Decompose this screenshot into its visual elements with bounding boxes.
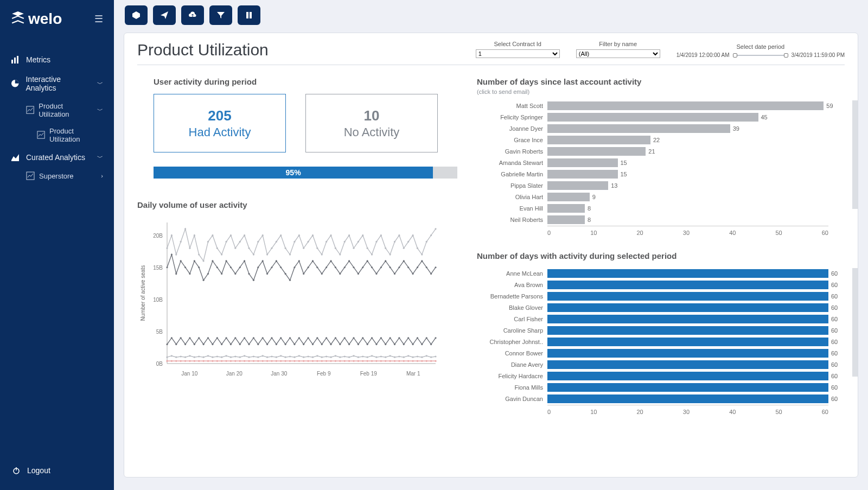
svg-point-118	[316, 266, 318, 268]
svg-point-160	[234, 337, 236, 339]
toolbar-send-button[interactable]	[153, 5, 176, 25]
bar-row[interactable]: Christopher Johnst..60	[547, 336, 828, 347]
svg-point-281	[239, 360, 241, 362]
svg-point-117	[312, 260, 314, 262]
svg-point-180	[326, 337, 327, 339]
bar-row[interactable]: Diane Avery60	[547, 359, 828, 370]
svg-point-271	[194, 360, 195, 362]
bar-row[interactable]: Bernadette Parsons60	[547, 291, 828, 302]
scrollbar[interactable]	[852, 268, 858, 377]
logout-button[interactable]: Logout	[0, 456, 114, 485]
bar-row[interactable]: Blake Glover60	[547, 302, 828, 313]
bar-value: 59	[826, 101, 833, 110]
days-since-chart: Matt Scott59Felicity Springer45Joanne Dy…	[477, 100, 845, 236]
svg-point-310	[371, 360, 373, 362]
svg-point-258	[407, 355, 409, 357]
svg-point-150	[189, 337, 190, 339]
date-slider-end-knob[interactable]	[784, 53, 788, 58]
svg-point-147	[175, 343, 177, 345]
menu-toggle-icon[interactable]: ☰	[94, 13, 103, 25]
nav-product-utilization-child[interactable]: Product Utilization	[0, 123, 114, 148]
svg-point-85	[166, 266, 168, 268]
svg-point-127	[358, 273, 359, 275]
contract-filter-label: Select Contract Id	[494, 41, 541, 47]
bar-row[interactable]: Gabrielle Martin15	[547, 169, 828, 180]
bar-row[interactable]: Connor Bower60	[547, 348, 828, 359]
bar-row[interactable]: Caroline Sharp60	[547, 325, 828, 336]
svg-point-111	[285, 273, 286, 275]
contract-select[interactable]: 1	[476, 49, 560, 58]
svg-point-34	[207, 241, 209, 243]
svg-point-191	[375, 343, 377, 345]
bar-row[interactable]: Grace Ince22	[547, 135, 828, 145]
svg-point-218	[225, 355, 227, 357]
bar-row[interactable]: Matt Scott59	[547, 100, 828, 111]
svg-point-27	[175, 253, 177, 255]
bar-row[interactable]: Fiona Mills60	[547, 382, 828, 393]
bar-fill: 22	[547, 136, 650, 144]
svg-point-44	[253, 253, 254, 255]
paper-plane-icon	[160, 11, 169, 20]
svg-point-66	[353, 247, 354, 249]
bar-row[interactable]: Pippa Slater13	[547, 180, 828, 191]
daily-volume-chart[interactable]: 0B5B10B15B20BNumber of active seatsJan 1…	[137, 217, 441, 380]
svg-point-71	[375, 241, 377, 243]
date-slider[interactable]	[734, 54, 787, 57]
bar-row[interactable]: Evan Hill8	[547, 203, 828, 214]
bar-row[interactable]: Felicity Springer45	[547, 112, 828, 123]
svg-point-30	[189, 247, 190, 249]
svg-point-132	[380, 266, 382, 268]
toolbar-filter-button[interactable]	[209, 5, 232, 25]
svg-point-151	[194, 343, 195, 345]
nav-product-utilization[interactable]: Product Utilization ﹀	[0, 98, 114, 123]
days-with-title: Number of days with activity during sele…	[477, 251, 845, 260]
bar-fill: 9	[547, 193, 590, 201]
bar-row[interactable]: Neil Roberts8	[547, 214, 828, 225]
bar-label: Felicity Hardacre	[477, 373, 547, 379]
bar-row[interactable]: Joanne Dyer39	[547, 123, 828, 134]
date-slider-start-knob[interactable]	[733, 53, 737, 58]
bar-row[interactable]: Gavin Roberts21	[547, 146, 828, 157]
nav-metrics[interactable]: Metrics	[0, 50, 114, 69]
toolbar-pause-button[interactable]	[238, 5, 260, 25]
svg-point-52	[289, 253, 291, 255]
svg-point-242	[335, 355, 336, 357]
nav-superstore[interactable]: Superstore ›	[0, 167, 114, 184]
bar-row[interactable]: Gavin Duncan60	[547, 393, 828, 404]
svg-point-80	[417, 247, 418, 249]
svg-text:Jan 20: Jan 20	[226, 371, 242, 377]
svg-point-199	[412, 343, 413, 345]
bar-value: 60	[831, 338, 838, 346]
bar-row[interactable]: Carl Fisher60	[547, 314, 828, 324]
svg-point-94	[207, 273, 209, 275]
bar-value: 60	[831, 269, 838, 278]
svg-point-302	[335, 360, 336, 362]
toolbar-cube-button[interactable]	[125, 5, 148, 25]
svg-point-131	[375, 273, 377, 275]
bar-value: 15	[621, 158, 627, 167]
nav-interactive-analytics[interactable]: Interactive Analytics ﹀	[0, 69, 114, 98]
svg-point-226	[262, 355, 264, 357]
x-axis: 0102030405060	[547, 226, 828, 236]
bar-row[interactable]: Ava Brown60	[547, 279, 828, 290]
svg-point-224	[253, 355, 254, 357]
bar-row[interactable]: Olivia Hart9	[547, 192, 828, 202]
svg-point-82	[426, 241, 427, 243]
scrollbar[interactable]	[852, 100, 858, 209]
svg-point-54	[298, 234, 300, 236]
svg-point-88	[180, 260, 182, 262]
name-filter-label: Filter by name	[599, 41, 637, 47]
svg-point-170	[280, 337, 282, 339]
name-select[interactable]: (All)	[576, 49, 660, 58]
bar-value: 60	[831, 349, 838, 358]
bar-row[interactable]: Amanda Stewart15	[547, 157, 828, 168]
bar-row[interactable]: Felicity Hardacre60	[547, 371, 828, 381]
toolbar-upload-button[interactable]	[181, 5, 204, 25]
nav-curated-analytics[interactable]: Curated Analytics ﹀	[0, 148, 114, 167]
svg-point-209	[184, 357, 186, 358]
svg-point-45	[257, 241, 259, 243]
bar-row[interactable]: Anne McLean60	[547, 268, 828, 279]
days-since-title: Number of days since last account activi…	[477, 77, 845, 86]
svg-point-270	[189, 360, 190, 362]
svg-text:5B: 5B	[156, 329, 163, 335]
